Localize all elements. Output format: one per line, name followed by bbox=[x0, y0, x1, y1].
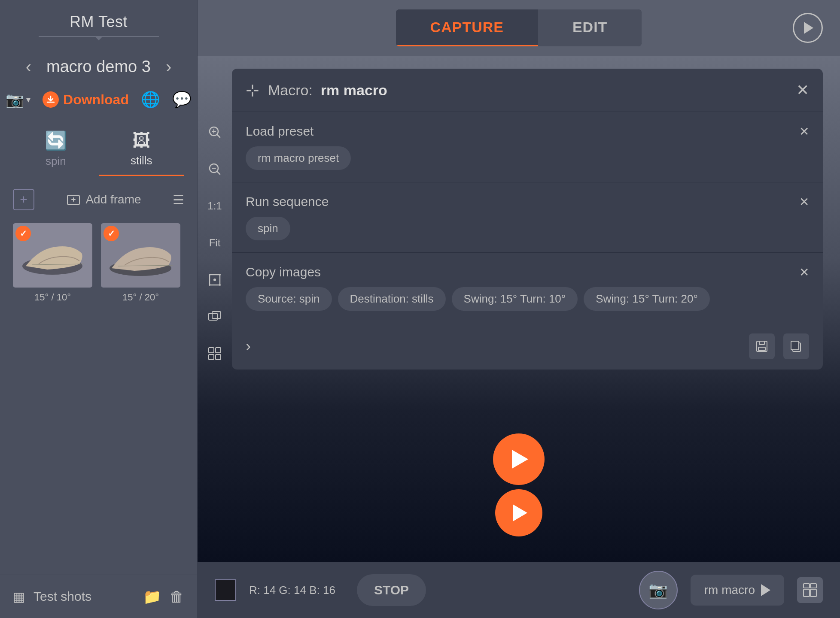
zoom-out-button[interactable] bbox=[203, 157, 227, 181]
stop-button[interactable]: STOP bbox=[357, 574, 426, 606]
add-frame-label: Add frame bbox=[85, 193, 141, 206]
sequence-pill[interactable]: spin bbox=[246, 217, 290, 240]
layout-icon-button[interactable] bbox=[797, 577, 823, 603]
color-swatch bbox=[215, 579, 236, 601]
bottom-bar: R: 14 G: 14 B: 16 STOP 📷 rm macro bbox=[198, 562, 840, 618]
new-folder-button[interactable]: + bbox=[13, 189, 34, 210]
macro-section-load-preset: Load preset ✕ rm macro preset bbox=[232, 112, 823, 182]
load-preset-close-button[interactable]: ✕ bbox=[799, 124, 809, 139]
copy-swing1-pill[interactable]: Swing: 15° Turn: 10° bbox=[452, 287, 578, 311]
sidebar-divider bbox=[39, 36, 159, 37]
copy-source-pill[interactable]: Source: spin bbox=[246, 287, 332, 311]
move-icon[interactable]: ⊹ bbox=[246, 81, 259, 100]
copy-images-title: Copy images bbox=[246, 265, 321, 279]
tab-edit[interactable]: EDIT bbox=[538, 9, 642, 46]
play-top-button[interactable] bbox=[793, 13, 823, 43]
svg-rect-27 bbox=[810, 589, 816, 597]
frame-item[interactable]: ✓ 15° / 10° bbox=[13, 223, 92, 303]
copy-images-close-button[interactable]: ✕ bbox=[799, 265, 809, 279]
test-shots-icon: ▦ bbox=[13, 589, 25, 604]
frame-check-icon: ✓ bbox=[103, 226, 119, 241]
frame-thumbnail: ✓ bbox=[101, 223, 180, 288]
macro-dialog-header: ⊹ Macro: rm macro ✕ bbox=[232, 69, 823, 112]
frame-label: 15° / 20° bbox=[122, 292, 159, 303]
copy-swing2-pill[interactable]: Swing: 15° Turn: 20° bbox=[584, 287, 710, 311]
svg-rect-14 bbox=[212, 312, 221, 318]
trash-icon[interactable]: 🗑 bbox=[170, 588, 184, 605]
macro-close-button[interactable]: ✕ bbox=[796, 81, 809, 99]
macro-title-prefix: Macro: bbox=[268, 82, 313, 98]
macro-dialog-title: Macro: rm macro bbox=[268, 82, 788, 99]
stills-label: stills bbox=[131, 154, 152, 167]
macro-section-run-sequence: Run sequence ✕ spin bbox=[232, 182, 823, 252]
grid-icon[interactable] bbox=[203, 342, 227, 366]
load-preset-title: Load preset bbox=[246, 124, 313, 139]
frame-item[interactable]: ✓ 15° / 20° bbox=[101, 223, 180, 303]
svg-rect-21 bbox=[758, 347, 765, 351]
crop-icon[interactable] bbox=[203, 268, 227, 292]
svg-point-10 bbox=[219, 274, 221, 276]
macro-section-header: Copy images ✕ bbox=[246, 265, 809, 279]
main-tab-group: CAPTURE EDIT bbox=[396, 9, 642, 46]
run-sequence-pills: spin bbox=[246, 217, 809, 240]
download-label: Download bbox=[63, 92, 129, 108]
menu-button[interactable]: ☰ bbox=[173, 192, 184, 207]
play-icon-2 bbox=[513, 504, 527, 521]
macro-section-header: Load preset ✕ bbox=[246, 124, 809, 139]
sidebar: RM Test ‹ macro demo 3 › 📷 ▾ Download 🌐 … bbox=[0, 0, 198, 618]
svg-point-12 bbox=[219, 284, 221, 286]
tab-spin[interactable]: 🔄 spin bbox=[13, 121, 99, 176]
macro-title-name: rm macro bbox=[321, 82, 387, 98]
top-bar: CAPTURE EDIT bbox=[198, 0, 840, 56]
macro-section-copy-images: Copy images ✕ Source: spin Destination: … bbox=[232, 252, 823, 323]
zoom-panel: 1:1 Fit bbox=[198, 112, 232, 374]
next-session-button[interactable]: › bbox=[159, 55, 178, 79]
project-title: RM Test bbox=[70, 13, 128, 31]
session-nav: ‹ macro demo 3 › bbox=[0, 55, 197, 79]
zoom-fit-label: Fit bbox=[209, 237, 221, 249]
frame-label: 15° / 10° bbox=[34, 292, 71, 303]
tab-capture[interactable]: CAPTURE bbox=[396, 9, 538, 46]
add-frame-button[interactable]: Add frame bbox=[66, 192, 141, 207]
spin-icon: 🔄 bbox=[45, 130, 67, 151]
svg-rect-25 bbox=[810, 584, 816, 588]
camera-icon: 📷 bbox=[6, 91, 24, 108]
test-shots-label: Test shots bbox=[33, 589, 134, 604]
svg-rect-23 bbox=[791, 341, 799, 350]
zoom-11-button[interactable]: 1:1 bbox=[203, 194, 227, 218]
tab-stills[interactable]: 🖼 stills bbox=[99, 121, 185, 176]
play-center2-button[interactable] bbox=[495, 489, 542, 536]
frames-grid: ✓ 15° / 10° ✓ bbox=[0, 219, 197, 307]
svg-rect-13 bbox=[209, 313, 217, 320]
download-button[interactable]: Download bbox=[43, 91, 129, 108]
macro-run-label: rm macro bbox=[704, 583, 755, 597]
chat-icon[interactable]: 💬 bbox=[172, 91, 192, 109]
expand-arrow[interactable]: › bbox=[246, 337, 251, 355]
svg-rect-26 bbox=[803, 589, 810, 597]
zoom-in-button[interactable] bbox=[203, 120, 227, 144]
macro-run-button[interactable]: rm macro bbox=[691, 575, 784, 606]
multi-image-icon[interactable] bbox=[203, 305, 227, 329]
zoom-fit-button[interactable]: Fit bbox=[203, 231, 227, 255]
stills-icon: 🖼 bbox=[132, 130, 150, 151]
camera-button[interactable]: 📷 ▾ bbox=[6, 91, 30, 108]
preset-pill[interactable]: rm macro preset bbox=[246, 146, 351, 170]
folder-icon[interactable]: 📁 bbox=[143, 588, 161, 605]
spin-label: spin bbox=[46, 154, 66, 168]
prev-session-button[interactable]: ‹ bbox=[19, 55, 38, 79]
play-center-button[interactable] bbox=[493, 433, 545, 485]
run-sequence-close-button[interactable]: ✕ bbox=[799, 195, 809, 209]
svg-rect-17 bbox=[209, 354, 214, 360]
capture-button[interactable]: 📷 bbox=[639, 571, 678, 609]
copy-button[interactable] bbox=[783, 333, 809, 359]
load-preset-pills: rm macro preset bbox=[246, 146, 809, 170]
macro-dialog: ⊹ Macro: rm macro ✕ Load preset ✕ rm mac… bbox=[232, 69, 823, 370]
copy-dest-pill[interactable]: Destination: stills bbox=[338, 287, 446, 311]
svg-point-11 bbox=[209, 284, 210, 286]
sidebar-bottom: ▦ Test shots 📁 🗑 bbox=[0, 575, 197, 618]
canvas-area: 1:1 Fit bbox=[198, 56, 840, 562]
save-button[interactable] bbox=[749, 333, 775, 359]
svg-rect-18 bbox=[216, 354, 221, 360]
macro-footer-actions bbox=[749, 333, 809, 359]
globe-icon[interactable]: 🌐 bbox=[141, 91, 160, 109]
